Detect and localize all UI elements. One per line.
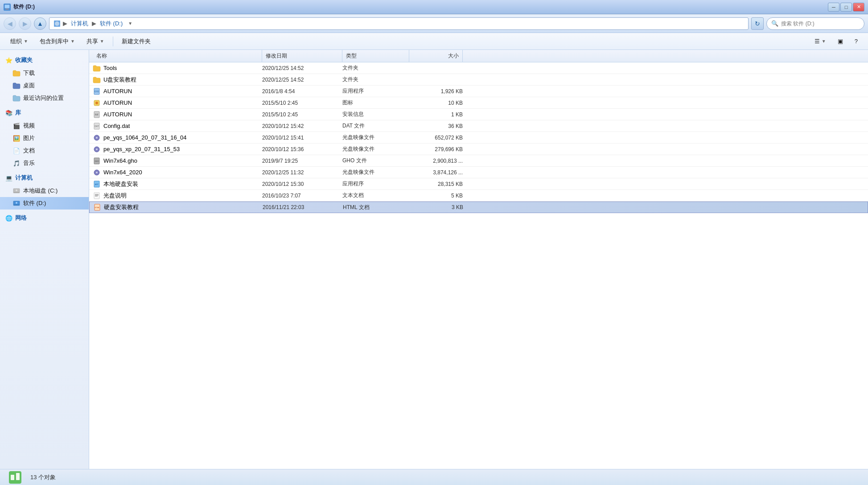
sidebar-item-video[interactable]: 🎬 视频	[0, 119, 89, 132]
sidebar-item-recent[interactable]: 最近访问的位置	[0, 92, 89, 104]
file-name-cell: APP 本地硬盘安装	[93, 180, 262, 188]
sidebar-header-network[interactable]: 🌐 网络	[0, 211, 89, 225]
table-row[interactable]: HTML 硬盘安装教程 2016/11/21 22:03 HTML 文档 3 K…	[89, 201, 868, 213]
drive-c-label: 本地磁盘 (C:)	[23, 187, 58, 195]
file-date-cell: 2020/12/25 14:52	[262, 65, 342, 71]
svg-rect-0	[4, 4, 10, 8]
file-name-text: Win7x64.gho	[103, 157, 137, 164]
sidebar-item-downloads[interactable]: 下载	[0, 67, 89, 79]
search-box[interactable]: 🔍	[766, 17, 864, 30]
table-row[interactable]: 光盘说明 2016/10/23 7:07 文本文档 5 KB	[89, 190, 868, 201]
address-path[interactable]: ▶ 计算机 ▶ 软件 (D:) ▼	[49, 17, 749, 30]
file-name-cell: GHO Win7x64.gho	[93, 157, 262, 165]
table-row[interactable]: GHO Win7x64.gho 2019/9/7 19:25 GHO 文件 2,…	[89, 155, 868, 167]
status-app-icon	[7, 469, 23, 485]
minimize-button[interactable]: ─	[828, 3, 839, 12]
file-date-cell: 2020/10/12 15:41	[262, 135, 342, 141]
file-type-icon: EXE	[93, 87, 101, 95]
up-button[interactable]: ▲	[34, 17, 46, 30]
refresh-button[interactable]: ↻	[751, 17, 764, 30]
sidebar-item-desktop[interactable]: 桌面	[0, 79, 89, 92]
svg-point-20	[96, 137, 98, 139]
pictures-icon: 🖼️	[12, 134, 21, 142]
file-type-cell: DAT 文件	[342, 122, 409, 130]
table-row[interactable]: AUTORUN 2015/5/10 2:45 图标 10 KB	[89, 97, 868, 109]
file-type-cell: 文本文档	[342, 192, 409, 199]
file-size-cell: 36 KB	[409, 123, 463, 129]
file-type-cell: GHO 文件	[342, 157, 409, 164]
file-name-cell: Tools	[93, 64, 262, 72]
file-list: Tools 2020/12/25 14:52 文件夹 U盘安装教程 2020/1…	[89, 62, 868, 469]
file-size-cell: 2,900,813 ...	[409, 158, 463, 164]
view-icon: ☰	[815, 38, 820, 45]
path-dropdown-arrow[interactable]: ▼	[126, 21, 134, 26]
table-row[interactable]: EXE AUTORUN 2016/1/8 4:54 应用程序 1,926 KB	[89, 86, 868, 97]
sidebar-item-documents[interactable]: 📄 文档	[0, 144, 89, 157]
table-row[interactable]: INF AUTORUN 2015/5/10 2:45 安装信息 1 KB	[89, 109, 868, 120]
share-button[interactable]: 共享 ▼	[82, 35, 109, 48]
table-row[interactable]: U盘安装教程 2020/12/25 14:52 文件夹	[89, 74, 868, 86]
path-sep-1: ▶	[63, 20, 67, 27]
organize-button[interactable]: 组织 ▼	[5, 35, 33, 48]
path-part-computer[interactable]: 计算机	[69, 19, 90, 29]
new-folder-button[interactable]: 新建文件夹	[117, 35, 156, 48]
col-header-size[interactable]: 大小	[409, 50, 463, 62]
downloads-label: 下载	[23, 69, 35, 77]
sidebar-item-drive-d[interactable]: 软件 (D:)	[0, 197, 89, 210]
sidebar-section-network: 🌐 网络	[0, 211, 89, 225]
view-button[interactable]: ☰ ▼	[810, 35, 831, 48]
titlebar-controls: ─ □ ✕	[828, 3, 864, 12]
sidebar-header-computer[interactable]: 💻 计算机	[0, 171, 89, 185]
help-button[interactable]: ?	[850, 35, 863, 48]
file-type-cell: 光盘映像文件	[342, 145, 409, 153]
share-arrow: ▼	[100, 39, 104, 44]
col-header-date[interactable]: 修改日期	[262, 50, 342, 62]
file-name-cell: U盘安装教程	[93, 76, 262, 84]
svg-point-7	[16, 189, 17, 191]
file-name-cell: pe_yqs_1064_20_07_31_16_04	[93, 134, 262, 142]
sidebar-header-library[interactable]: 📚 库	[0, 106, 89, 119]
file-type-icon	[93, 99, 101, 107]
file-type-cell: 光盘映像文件	[342, 134, 409, 141]
star-icon: ⭐	[5, 57, 12, 64]
svg-point-14	[95, 102, 98, 104]
network-icon: 🌐	[5, 215, 12, 222]
close-button[interactable]: ✕	[853, 3, 864, 12]
path-part-drive[interactable]: 软件 (D:)	[98, 19, 124, 29]
sidebar-header-favorites[interactable]: ⭐ 收藏夹	[0, 53, 89, 67]
table-row[interactable]: pe_yqs_1064_20_07_31_16_04 2020/10/12 15…	[89, 132, 868, 144]
file-size-cell: 5 KB	[409, 193, 463, 199]
file-date-cell: 2016/10/23 7:07	[262, 193, 342, 199]
table-row[interactable]: pe_yqs_xp_20_07_31_15_53 2020/10/12 15:3…	[89, 144, 868, 155]
preview-button[interactable]: ▣	[833, 35, 848, 48]
organize-label: 组织	[10, 37, 22, 45]
table-row[interactable]: DAT Config.dat 2020/10/12 15:42 DAT 文件 3…	[89, 120, 868, 132]
music-icon: 🎵	[12, 159, 21, 167]
file-name-cell: INF AUTORUN	[93, 111, 262, 119]
table-row[interactable]: Win7x64_2020 2020/12/25 11:32 光盘映像文件 3,8…	[89, 167, 868, 178]
file-type-icon	[93, 169, 101, 177]
sidebar-item-music[interactable]: 🎵 音乐	[0, 157, 89, 169]
sidebar-item-drive-c[interactable]: 本地磁盘 (C:)	[0, 185, 89, 197]
file-name-text: Config.dat	[103, 123, 130, 129]
file-type-icon	[93, 145, 101, 153]
file-type-icon	[93, 134, 101, 142]
file-name-text: AUTORUN	[103, 111, 132, 118]
favorites-label: 收藏夹	[15, 56, 33, 64]
col-header-name[interactable]: 名称	[93, 50, 262, 62]
maximize-button[interactable]: □	[840, 3, 852, 12]
sidebar-item-pictures[interactable]: 🖼️ 图片	[0, 132, 89, 144]
preview-icon: ▣	[838, 38, 843, 45]
forward-button[interactable]: ▶	[19, 17, 31, 30]
table-row[interactable]: Tools 2020/12/25 14:52 文件夹	[89, 62, 868, 74]
svg-text:HTML: HTML	[95, 206, 100, 209]
include-library-button[interactable]: 包含到库中 ▼	[35, 35, 80, 48]
file-name-text: AUTORUN	[103, 99, 132, 106]
search-input[interactable]	[781, 21, 860, 27]
table-row[interactable]: APP 本地硬盘安装 2020/10/12 15:30 应用程序 28,315 …	[89, 178, 868, 190]
titlebar-title: 软件 (D:)	[13, 3, 35, 11]
back-button[interactable]: ◀	[4, 17, 16, 30]
path-sep-2: ▶	[92, 20, 96, 27]
col-header-type[interactable]: 类型	[342, 50, 409, 62]
organize-arrow: ▼	[24, 39, 28, 44]
